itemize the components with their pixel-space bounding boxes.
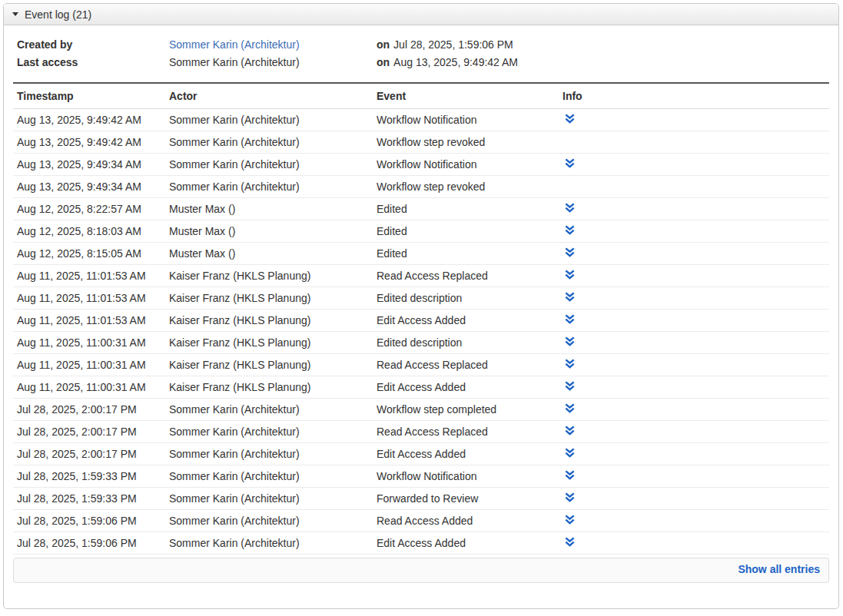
event-table-body: Aug 13, 2025, 9:49:42 AM Sommer Karin (A… (13, 109, 829, 555)
event-name: Workflow Notification (373, 154, 559, 176)
created-by-datetime: Jul 28, 2025, 1:59:06 PM (393, 38, 513, 51)
event-actor: Kaiser Franz (HKLS Planung) (165, 287, 373, 310)
event-row: Aug 11, 2025, 11:00:31 AM Kaiser Franz (… (13, 376, 829, 399)
event-name: Read Access Replaced (373, 421, 559, 443)
expand-info-double-chevron-down-icon[interactable] (564, 313, 576, 325)
event-name: Edited description (373, 287, 559, 310)
event-log-body: Created by Sommer Karin (Architektur) on… (4, 25, 838, 592)
event-timestamp: Aug 11, 2025, 11:01:53 AM (13, 287, 165, 310)
expand-info-double-chevron-down-icon[interactable] (564, 269, 576, 280)
event-name: Read Access Replaced (373, 354, 559, 376)
event-row: Aug 11, 2025, 11:01:53 AM Kaiser Franz (… (13, 310, 829, 332)
event-actor: Kaiser Franz (HKLS Planung) (165, 354, 373, 376)
expand-info-double-chevron-down-icon[interactable] (564, 402, 576, 414)
expand-info-double-chevron-down-icon[interactable] (564, 291, 576, 303)
expand-info-double-chevron-down-icon[interactable] (564, 536, 576, 548)
created-by-date: onJul 28, 2025, 1:59:06 PM (377, 36, 825, 54)
event-name: Forwarded to Review (373, 488, 559, 510)
table-footer: Show all entries (13, 558, 829, 583)
event-timestamp: Aug 13, 2025, 9:49:42 AM (13, 109, 165, 131)
event-row: Jul 28, 2025, 1:59:06 PM Sommer Karin (A… (13, 510, 829, 532)
expand-info-double-chevron-down-icon[interactable] (564, 380, 576, 392)
event-timestamp: Jul 28, 2025, 1:59:06 PM (13, 510, 165, 532)
event-info-cell (559, 510, 829, 532)
event-name: Edit Access Added (373, 376, 559, 399)
event-timestamp: Aug 11, 2025, 11:00:31 AM (13, 354, 165, 376)
event-info-cell (559, 532, 829, 555)
expand-info-double-chevron-down-icon[interactable] (564, 514, 576, 525)
expand-info-double-chevron-down-icon[interactable] (564, 157, 576, 169)
event-row: Aug 13, 2025, 9:49:42 AM Sommer Karin (A… (13, 131, 829, 154)
event-row: Aug 12, 2025, 8:18:03 AM Muster Max () E… (13, 220, 829, 243)
event-row: Aug 13, 2025, 9:49:42 AM Sommer Karin (A… (13, 109, 829, 131)
event-info-cell (559, 287, 829, 310)
event-timestamp: Aug 12, 2025, 8:18:03 AM (13, 220, 165, 243)
event-timestamp: Jul 28, 2025, 2:00:17 PM (13, 443, 165, 465)
event-info-cell (559, 332, 829, 354)
expand-info-double-chevron-down-icon[interactable] (564, 358, 576, 369)
expand-info-double-chevron-down-icon[interactable] (564, 224, 576, 236)
event-timestamp: Aug 11, 2025, 11:00:31 AM (13, 376, 165, 399)
expand-info-double-chevron-down-icon[interactable] (564, 336, 576, 347)
event-info-cell (559, 265, 829, 287)
event-actor: Muster Max () (165, 243, 373, 265)
event-name: Workflow step revoked (373, 176, 559, 198)
column-header-event: Event (373, 83, 559, 109)
expand-info-double-chevron-down-icon[interactable] (564, 425, 576, 436)
column-header-info: Info (559, 83, 829, 109)
event-timestamp: Aug 11, 2025, 11:00:31 AM (13, 332, 165, 354)
event-name: Edit Access Added (373, 532, 559, 555)
created-by-person-link[interactable]: Sommer Karin (Architektur) (169, 38, 300, 51)
caret-down-icon (12, 12, 18, 16)
event-actor: Sommer Karin (Architektur) (165, 176, 373, 198)
event-timestamp: Aug 11, 2025, 11:01:53 AM (13, 265, 165, 287)
event-row: Aug 13, 2025, 9:49:34 AM Sommer Karin (A… (13, 154, 829, 176)
event-timestamp: Aug 13, 2025, 9:49:42 AM (13, 131, 165, 154)
event-row: Jul 28, 2025, 2:00:17 PM Sommer Karin (A… (13, 399, 829, 421)
event-name: Edited description (373, 332, 559, 354)
event-info-cell (559, 421, 829, 443)
event-info-cell (559, 154, 829, 176)
event-actor: Muster Max () (165, 220, 373, 243)
event-timestamp: Jul 28, 2025, 1:59:33 PM (13, 488, 165, 510)
on-label: on (377, 56, 390, 68)
event-info-cell (559, 176, 829, 198)
event-info-cell (559, 399, 829, 421)
event-info-cell (559, 465, 829, 488)
expand-info-double-chevron-down-icon[interactable] (564, 447, 576, 459)
event-row: Aug 11, 2025, 11:00:31 AM Kaiser Franz (… (13, 332, 829, 354)
event-info-cell (559, 376, 829, 399)
event-actor: Muster Max () (165, 198, 373, 220)
expand-info-double-chevron-down-icon[interactable] (564, 113, 576, 124)
event-actor: Kaiser Franz (HKLS Planung) (165, 310, 373, 332)
event-timestamp: Jul 28, 2025, 1:59:06 PM (13, 532, 165, 555)
show-all-entries-link[interactable]: Show all entries (738, 563, 820, 575)
event-row: Aug 12, 2025, 8:22:57 AM Muster Max () E… (13, 198, 829, 220)
event-row: Aug 11, 2025, 11:01:53 AM Kaiser Franz (… (13, 287, 829, 310)
event-actor: Sommer Karin (Architektur) (165, 154, 373, 176)
panel-title: Event log (21) (25, 8, 91, 21)
event-timestamp: Aug 13, 2025, 9:49:34 AM (13, 154, 165, 176)
event-info-cell (559, 243, 829, 265)
expand-info-double-chevron-down-icon[interactable] (564, 469, 576, 481)
event-timestamp: Aug 11, 2025, 11:01:53 AM (13, 310, 165, 332)
event-row: Aug 13, 2025, 9:49:34 AM Sommer Karin (A… (13, 176, 829, 198)
event-name: Edit Access Added (373, 443, 559, 465)
event-info-cell (559, 198, 829, 220)
meta-section: Created by Sommer Karin (Architektur) on… (13, 31, 829, 82)
expand-info-double-chevron-down-icon[interactable] (564, 247, 576, 258)
expand-info-double-chevron-down-icon[interactable] (564, 202, 576, 214)
event-info-cell (559, 220, 829, 243)
event-row: Jul 28, 2025, 2:00:17 PM Sommer Karin (A… (13, 421, 829, 443)
event-timestamp: Jul 28, 2025, 2:00:17 PM (13, 421, 165, 443)
event-name: Workflow step revoked (373, 131, 559, 154)
event-log-header[interactable]: Event log (21) (4, 4, 838, 25)
created-by-value: Sommer Karin (Architektur) (169, 36, 377, 54)
event-actor: Kaiser Franz (HKLS Planung) (165, 376, 373, 399)
expand-info-double-chevron-down-icon[interactable] (564, 492, 576, 503)
event-log-panel: Event log (21) Created by Sommer Karin (… (3, 3, 839, 609)
event-name: Read Access Replaced (373, 265, 559, 287)
event-name: Edited (373, 243, 559, 265)
event-timestamp: Jul 28, 2025, 1:59:33 PM (13, 465, 165, 488)
event-actor: Kaiser Franz (HKLS Planung) (165, 265, 373, 287)
